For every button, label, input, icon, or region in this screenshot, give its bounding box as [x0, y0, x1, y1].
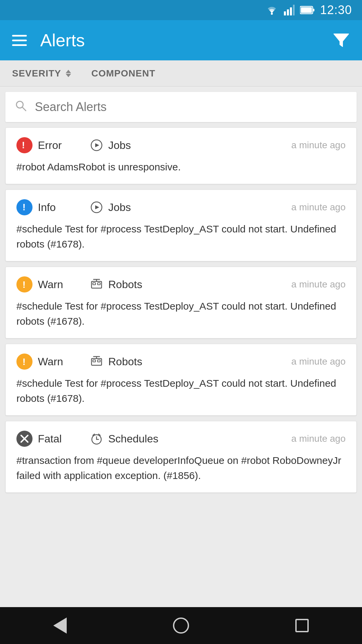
severity-label: Warn: [38, 278, 63, 291]
nav-back-button[interactable]: [53, 618, 67, 634]
sort-arrows: [66, 70, 71, 77]
severity-label: Warn: [38, 356, 63, 368]
component-section: Jobs: [90, 139, 291, 152]
search-bar: [5, 92, 357, 122]
alert-time: a minute ago: [291, 433, 346, 444]
filter-button[interactable]: [333, 31, 350, 50]
recents-icon: [295, 619, 309, 632]
sort-arrow-down: [66, 74, 71, 77]
severity-label: Error: [38, 139, 62, 152]
alert-header: ! Info Jobs a minute ago: [16, 199, 346, 215]
svg-line-10: [22, 107, 26, 111]
component-filter[interactable]: COMPONENT: [91, 68, 155, 79]
svg-text:!: !: [22, 140, 25, 150]
component-label: Robots: [108, 356, 142, 368]
severity-section: ! Info: [16, 199, 90, 215]
svg-marker-8: [334, 34, 349, 47]
severity-section: ! Error: [16, 137, 90, 153]
search-icon: [15, 100, 27, 115]
alert-card[interactable]: ! Error Jobs a minute ago #robot AdamsRo…: [5, 127, 357, 184]
nav-home-button[interactable]: [173, 618, 189, 634]
svg-rect-26: [98, 360, 100, 362]
component-label: Jobs: [108, 139, 131, 152]
sort-arrow-up: [66, 70, 71, 73]
alert-header: ! Warn Robots a minute ago: [16, 354, 346, 370]
alert-header: ! Warn Robots a minute ago: [16, 276, 346, 292]
severity-icon-error: !: [16, 137, 33, 153]
alert-card[interactable]: ! Info Jobs a minute ago #schedule Test …: [5, 190, 357, 261]
home-icon: [173, 618, 189, 634]
alert-time: a minute ago: [291, 202, 346, 213]
component-label: Schedules: [108, 433, 158, 445]
svg-rect-6: [301, 7, 312, 13]
severity-icon-warn: !: [16, 276, 33, 292]
alert-header: ! Error Jobs a minute ago: [16, 137, 346, 153]
component-label: Jobs: [108, 201, 131, 214]
severity-section: Fatal: [16, 431, 90, 447]
robots-icon: [90, 355, 103, 368]
alert-message: #schedule Test for #process TestDeploy_A…: [16, 299, 346, 329]
alert-message: #transaction from #queue developerInfoQu…: [16, 453, 346, 483]
search-input[interactable]: [35, 100, 347, 114]
status-time: 12:30: [320, 3, 352, 17]
svg-rect-3: [290, 7, 292, 15]
svg-marker-16: [95, 205, 99, 209]
svg-rect-2: [287, 9, 289, 15]
alert-message: #schedule Test for #process TestDeploy_A…: [16, 221, 346, 252]
component-section: Schedules: [90, 432, 291, 445]
severity-icon-fatal: [16, 431, 33, 447]
svg-rect-19: [93, 283, 96, 285]
component-label: Robots: [108, 278, 142, 291]
alert-message: #robot AdamsRobot is unresponsive.: [16, 159, 346, 174]
alert-card[interactable]: ! Warn Robots a minute ago #schedule Tes…: [5, 344, 357, 416]
status-bar: 12:30: [0, 0, 362, 20]
svg-rect-25: [93, 360, 96, 362]
menu-icon[interactable]: [12, 35, 27, 46]
alerts-list: ! Error Jobs a minute ago #robot AdamsRo…: [0, 122, 362, 607]
severity-label: Fatal: [38, 433, 62, 445]
svg-marker-13: [95, 143, 99, 147]
jobs-icon: [90, 201, 103, 214]
funnel-icon: [333, 31, 350, 49]
severity-icon-info: !: [16, 199, 33, 215]
svg-point-0: [271, 13, 273, 15]
svg-text:!: !: [22, 202, 25, 212]
status-icons: 12:30: [265, 3, 352, 17]
svg-rect-7: [313, 9, 314, 11]
alert-time: a minute ago: [291, 140, 346, 151]
severity-label: SEVERITY: [12, 68, 61, 79]
component-section: Robots: [90, 278, 291, 291]
battery-icon: [300, 6, 315, 14]
nav-recents-button[interactable]: [295, 619, 309, 632]
app-bar: Alerts: [0, 20, 362, 60]
wifi-icon: [265, 5, 279, 15]
nav-bar: [0, 607, 362, 644]
severity-icon-warn: !: [16, 354, 33, 370]
alert-card[interactable]: Fatal Schedules a minute ago #transactio…: [5, 421, 357, 493]
component-label: COMPONENT: [91, 68, 155, 79]
jobs-icon: [90, 139, 103, 152]
svg-rect-1: [284, 11, 286, 15]
severity-filter[interactable]: SEVERITY: [12, 68, 71, 79]
signal-icon: [284, 5, 295, 15]
component-section: Robots: [90, 355, 291, 368]
severity-section: ! Warn: [16, 276, 90, 292]
alert-header: Fatal Schedules a minute ago: [16, 431, 346, 447]
robots-icon: [90, 278, 103, 291]
svg-text:!: !: [22, 279, 25, 290]
alert-card[interactable]: ! Warn Robots a minute ago #schedule Tes…: [5, 267, 357, 338]
svg-text:!: !: [22, 357, 25, 367]
svg-rect-4: [293, 5, 295, 15]
severity-label: Info: [38, 201, 56, 214]
alert-time: a minute ago: [291, 279, 346, 290]
alert-message: #schedule Test for #process TestDeploy_A…: [16, 376, 346, 406]
app-title: Alerts: [40, 30, 319, 50]
filter-bar: SEVERITY COMPONENT: [0, 60, 362, 87]
svg-rect-20: [98, 283, 100, 285]
alert-time: a minute ago: [291, 356, 346, 367]
back-icon: [53, 618, 67, 634]
component-section: Jobs: [90, 201, 291, 214]
schedules-icon: [90, 432, 103, 445]
severity-section: ! Warn: [16, 354, 90, 370]
